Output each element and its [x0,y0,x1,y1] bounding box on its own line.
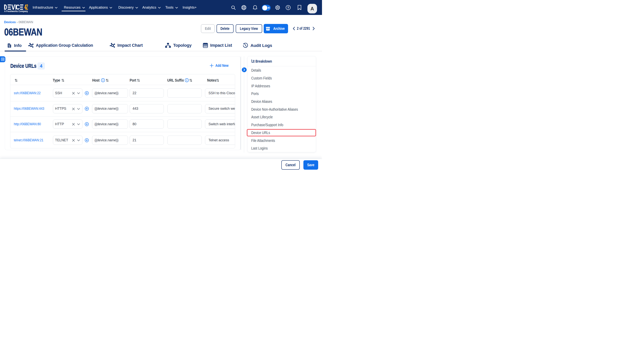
svg-text:?: ? [287,6,289,9]
